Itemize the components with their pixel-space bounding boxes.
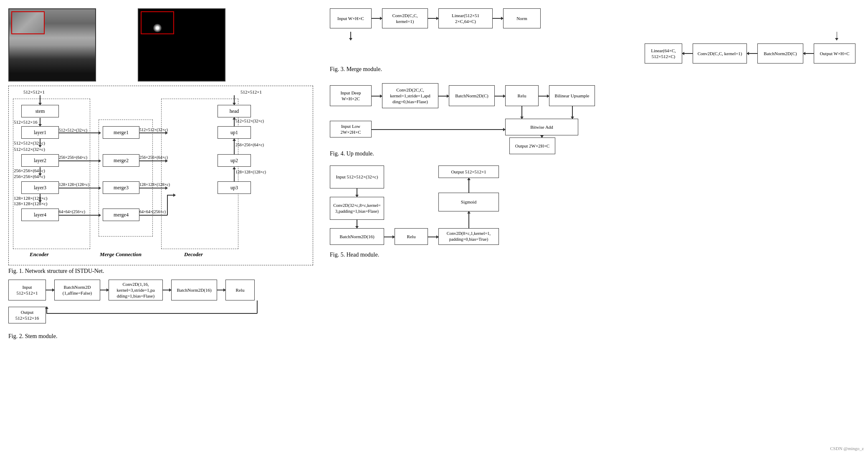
fig5-relu-label: Relu <box>407 234 416 239</box>
dim-m3-up3: 128×128×(128×c) <box>139 182 170 187</box>
fig4-diagram: Input Deep W×H×2C Input Low 2W×2H×C Conv… <box>330 81 622 148</box>
arrow-line2 <box>100 290 109 290</box>
fig3-diagram: Input W×H×C Conv2D(C,C, kernel=1) Linear… <box>330 8 855 64</box>
fig5-block: Input 512×512×(32×c) Conv2D(32×c,8×c,ker… <box>330 165 855 258</box>
dark-image <box>138 8 225 81</box>
right-down <box>257 307 258 313</box>
fig3-r1al3 <box>493 18 503 19</box>
dim-l2-in: 512×512×(32×c) <box>14 147 45 152</box>
fig4-a5 <box>539 96 549 97</box>
fig3-row1: Input W×H×C Conv2D(C,C, kernel=1) Linear… <box>330 8 855 28</box>
fig3-r1b3-label: Linear(512×51 2×C,64×C) <box>441 13 490 25</box>
arrow-up2-up1 <box>234 139 235 154</box>
dim-after-stem: 512×512×16 <box>14 120 37 125</box>
arrow-l1-m1 <box>59 132 101 133</box>
fig2-relu-label: Relu <box>236 287 245 293</box>
fig2-arrow2 <box>100 290 109 290</box>
arrow-line3 <box>163 290 171 290</box>
layer1-box: layer1 <box>21 126 59 139</box>
fig2-output: Output 512×512×16 <box>8 307 46 323</box>
fig3-r1b4-label: Norm <box>516 15 527 21</box>
fig4-relu: Relu <box>505 85 539 106</box>
dim-m4: 64×64×(256×c) <box>139 209 166 214</box>
fig3-r2al2 <box>747 53 757 54</box>
watermark: CSDN @mingo_z <box>830 446 864 451</box>
fig3-r2b3-label: Conv2D(C,C, kernel=1) <box>698 51 742 56</box>
dim-l2-out: 256×256×(64×c) <box>14 168 45 173</box>
fig4-bitwise: Bitwise Add <box>505 119 578 135</box>
dim-l3-out: 128×128×(128×c) <box>14 196 47 201</box>
merge1-box: merge1 <box>103 126 139 139</box>
dim-enc-top: 512×512×1 <box>23 89 45 94</box>
fig4-a7 <box>372 129 505 130</box>
fig2-bn: BatchNorm2D (1,affine=False) <box>54 280 100 300</box>
fig2-relu: Relu <box>225 280 255 300</box>
fig2-arrow4 <box>217 290 225 290</box>
arrow-line4 <box>217 290 225 290</box>
fig2-input: Input 512×512×1 <box>8 280 46 300</box>
up3-box: up3 <box>218 181 251 194</box>
fig5-a2 <box>357 220 357 228</box>
fig3-r1b1-label: Input W×H×C <box>337 15 364 21</box>
fig5-conv1: Conv2D(32×c,8×c,kernel= 3,padding=1,bias… <box>330 197 384 220</box>
arrow-line1 <box>46 290 54 290</box>
fig4-a4 <box>521 106 522 119</box>
layer3-box: layer3 <box>21 181 59 194</box>
fig3-connectors <box>330 32 855 40</box>
fig2-bn16: BatchNorm2D(16) <box>171 280 217 300</box>
fig3-block: Input W×H×C Conv2D(C,C, kernel=1) Linear… <box>330 8 855 73</box>
fig4-bilinear: Bilinear Upsample <box>549 85 595 106</box>
arrow-up1-head <box>234 117 235 126</box>
layer4-box: layer4 <box>21 209 59 221</box>
fig5-output-label: Output 512×512×1 <box>451 169 486 175</box>
images-row <box>8 8 317 81</box>
fig3-r2al1 <box>803 53 814 54</box>
fig5-conv2-label: Conv2D(8×c,1,kernel=1, padding=0,bias=Tr… <box>441 231 496 242</box>
fig5-a6 <box>468 178 469 193</box>
fig4-caption: Fig. 4. Up module. <box>330 150 855 157</box>
fig5-sigmoid: Sigmoid <box>438 193 499 211</box>
fig3-r2b4-label: Linear(64×C, 512×512×C) <box>648 48 679 60</box>
fig4-conv-label: Conv2D(2C,C, kernel=1,stride=1,apd ding=… <box>385 87 435 105</box>
fig3-conn-left <box>350 32 351 40</box>
fig2-block: Input 512×512×1 BatchNorm2D (1,affine=Fa… <box>8 280 317 326</box>
fig3-caption: Fig. 3. Merge module. <box>330 66 855 73</box>
fig4-a3 <box>495 96 505 97</box>
fig4-relu-label: Relu <box>518 93 526 99</box>
fig2-bottom: Output 512×512×16 <box>8 300 280 326</box>
arrow-up3-up2 <box>234 167 235 181</box>
fig3-r2b1: Output W×H×C <box>814 43 855 64</box>
fig4-bn-label: BatchNorm2D(C) <box>455 93 488 99</box>
arrow-l2-m2 <box>59 160 101 161</box>
fig4-output-label: Output 2W×2H×C <box>515 143 549 149</box>
fig3-r2b2: BatchNorm2D(C) <box>757 43 803 64</box>
up2-box: up2 <box>218 154 251 167</box>
up1-box: up1 <box>218 126 251 139</box>
relu-down <box>257 300 258 307</box>
dim-up2-up1: 256×256×(64×c) <box>235 143 264 147</box>
arrow-m4-in <box>167 195 175 196</box>
dim-l4-in: 128×128×(128×c) <box>14 201 47 206</box>
fig5-input-label: Input 512×512×(32×c) <box>336 174 378 180</box>
fig5-input: Input 512×512×(32×c) <box>330 165 384 188</box>
fig5-output: Output 512×512×1 <box>438 165 499 178</box>
fig4-input-low: Input Low 2W×2H×C <box>330 121 372 137</box>
dim-up3-up2: 128×128×(128×c) <box>235 170 266 174</box>
dim-m1-up1: 512×512×(32×c) <box>139 127 168 132</box>
fig4-bilinear-label: Bilinear Upsample <box>555 93 590 99</box>
fig3-r1a1 <box>372 18 382 19</box>
fig5-diagram: Input 512×512×(32×c) Conv2D(32×c,8×c,ker… <box>330 165 643 249</box>
fig2-caption: Fig. 2. Stem module. <box>8 333 317 340</box>
dim-l3-in: 256×256×(64×c) <box>14 174 45 179</box>
fig3-r1b2-label: Conv2D(C,C, kernel=1) <box>385 13 425 25</box>
arrow-m4-right <box>139 215 167 216</box>
fig2-input-label: Input 512×512×1 <box>11 284 43 296</box>
fig5-a5 <box>468 211 469 228</box>
fig2-arrow3 <box>163 290 171 290</box>
arrow-to-output <box>46 307 47 313</box>
arrow-m3-up3 <box>139 188 167 188</box>
fig2-bn-label: BatchNorm2D (1,affine=False) <box>57 284 97 296</box>
fig5-relu: Relu <box>395 228 428 245</box>
fig5-sigmoid-label: Sigmoid <box>461 199 476 205</box>
fig3-r2a2 <box>747 53 757 54</box>
